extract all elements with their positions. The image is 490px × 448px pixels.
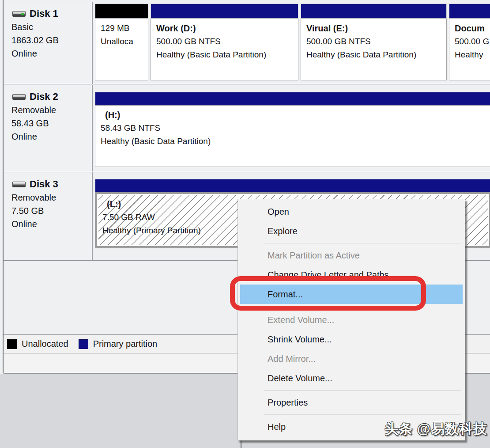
unallocated-swatch-icon bbox=[7, 339, 17, 349]
menu-item-extend-volume: Extend Volume... bbox=[238, 310, 465, 330]
disk1-name: Disk 1 bbox=[30, 8, 58, 19]
disk1-status: Online bbox=[4, 47, 92, 60]
partition-unallocated[interactable]: 129 MB Unalloca bbox=[95, 2, 148, 84]
partition-health: Healthy (Basic Data Partition) bbox=[156, 48, 298, 61]
menu-separator bbox=[264, 390, 461, 391]
menu-item-properties[interactable]: Properties bbox=[238, 393, 465, 412]
legend-primary-label: Primary partition bbox=[93, 339, 158, 349]
partition-docum-header bbox=[449, 4, 490, 19]
menu-item-delete-volume[interactable]: Delete Volume... bbox=[238, 368, 465, 388]
disk1-title: Disk 1 bbox=[4, 7, 92, 20]
partition-unallocated-header bbox=[95, 4, 148, 19]
primary-partition-swatch-icon bbox=[79, 339, 88, 349]
watermark-text: 头条 @易数科技 bbox=[384, 420, 487, 438]
partition-size: 129 MB bbox=[101, 22, 148, 35]
partition-virual-e[interactable]: Virual (E:) 500.00 GB NTFS Healthy (Basi… bbox=[301, 2, 447, 84]
partition-docum[interactable]: Docum 500.00 G Healthy bbox=[449, 2, 490, 84]
disk-row-1: Disk 1 Basic 1863.02 GB Online 129 MB Un… bbox=[4, 2, 490, 84]
disk1-type: Basic bbox=[4, 20, 92, 34]
disk2-type: Removable bbox=[4, 103, 92, 117]
disk2-title: Disk 2 bbox=[4, 90, 92, 103]
partition-label: Unalloca bbox=[101, 35, 148, 48]
menu-shadow-line bbox=[241, 440, 241, 448]
disk3-label-panel[interactable]: Disk 3 Removable 7.50 GB Online bbox=[4, 172, 93, 260]
partition-health: Healthy (Basic Data Partition) bbox=[101, 135, 490, 148]
disk-drive-icon bbox=[12, 182, 26, 187]
partition-size: 500.00 GB NTFS bbox=[306, 35, 446, 48]
partition-l-header bbox=[95, 179, 490, 192]
disk3-title: Disk 3 bbox=[4, 178, 92, 191]
menu-item-mark-partition-active: Mark Partition as Active bbox=[238, 246, 465, 265]
disk-online-led-icon bbox=[21, 13, 24, 15]
partition-title: Work (D:) bbox=[156, 22, 298, 35]
legend-unallocated-label: Unallocated bbox=[22, 339, 68, 349]
disk2-label-panel[interactable]: Disk 2 Removable 58.43 GB Online bbox=[4, 85, 93, 171]
legend-primary: Primary partition bbox=[79, 339, 158, 349]
disk-management-window: Disk 1 Basic 1863.02 GB Online 129 MB Un… bbox=[0, 0, 490, 448]
disk3-size: 7.50 GB bbox=[4, 204, 92, 217]
disk2-partitions: (H:) 58.43 GB NTFS Healthy (Basic Data P… bbox=[94, 85, 490, 171]
disk2-status: Online bbox=[4, 130, 92, 143]
partition-health: Healthy (Basic Data Partition) bbox=[306, 48, 446, 61]
partition-size: 58.43 GB NTFS bbox=[101, 121, 490, 135]
disk3-name: Disk 3 bbox=[30, 178, 58, 190]
disk1-size: 1863.02 GB bbox=[4, 34, 92, 47]
disk-drive-icon bbox=[12, 94, 26, 100]
red-annotation-ring bbox=[230, 276, 426, 311]
row-separator bbox=[4, 84, 490, 84]
partition-context-menu: Open Explore Mark Partition as Active Ch… bbox=[237, 199, 465, 440]
menu-item-open[interactable]: Open bbox=[238, 202, 465, 221]
partition-virual-e-header bbox=[301, 4, 447, 19]
partition-work-d-header bbox=[151, 4, 298, 19]
partition-title: Docum bbox=[455, 22, 490, 35]
disk1-partitions: 129 MB Unalloca Work (D:) 500.00 GB NTFS… bbox=[94, 2, 490, 84]
partition-title: Virual (E:) bbox=[306, 22, 446, 35]
partition-h-body[interactable]: (H:) 58.43 GB NTFS Healthy (Basic Data P… bbox=[95, 105, 490, 167]
partition-health: Healthy bbox=[455, 48, 490, 61]
menu-separator bbox=[264, 414, 461, 415]
menu-item-shrink-volume[interactable]: Shrink Volume... bbox=[238, 330, 465, 349]
partition-virual-e-body[interactable]: Virual (E:) 500.00 GB NTFS Healthy (Basi… bbox=[301, 19, 447, 80]
partition-unallocated-body[interactable]: 129 MB Unalloca bbox=[95, 19, 148, 80]
partition-h-header bbox=[95, 92, 490, 105]
partition-size: 500.00 GB NTFS bbox=[156, 35, 298, 48]
partition-docum-body[interactable]: Docum 500.00 G Healthy bbox=[449, 19, 490, 80]
disk1-label-panel[interactable]: Disk 1 Basic 1863.02 GB Online bbox=[4, 2, 93, 84]
partition-work-d[interactable]: Work (D:) 500.00 GB NTFS Healthy (Basic … bbox=[151, 2, 298, 84]
menu-separator bbox=[264, 243, 461, 243]
partition-work-d-body[interactable]: Work (D:) 500.00 GB NTFS Healthy (Basic … bbox=[151, 19, 298, 80]
partition-size: 500.00 G bbox=[455, 35, 490, 48]
disk2-size: 58.43 GB bbox=[4, 117, 92, 130]
disk-row-2: Disk 2 Removable 58.43 GB Online (H:) 58… bbox=[4, 85, 490, 171]
menu-item-explore[interactable]: Explore bbox=[238, 221, 465, 241]
partition-title: (H:) bbox=[101, 108, 490, 121]
partition-h[interactable]: (H:) 58.43 GB NTFS Healthy (Basic Data P… bbox=[95, 85, 490, 171]
disk3-status: Online bbox=[4, 217, 92, 231]
disk2-name: Disk 2 bbox=[30, 91, 58, 103]
legend-unallocated: Unallocated bbox=[7, 339, 68, 349]
menu-item-add-mirror: Add Mirror... bbox=[238, 349, 465, 368]
disk3-type: Removable bbox=[4, 191, 92, 204]
disk-drive-icon bbox=[12, 11, 26, 17]
